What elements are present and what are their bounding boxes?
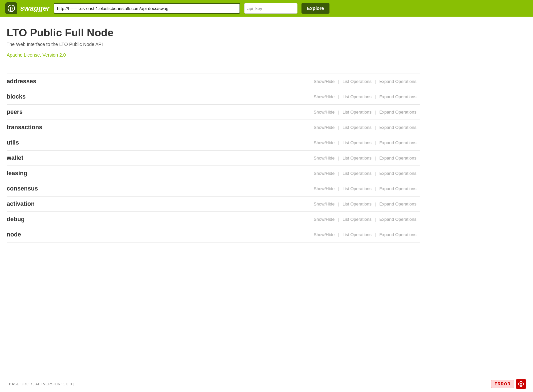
api-section-row: nodeShow/Hide|List Operations|Expand Ope… [7, 227, 420, 242]
logo-container: {} swagger [5, 2, 50, 14]
list-operations-node[interactable]: List Operations [339, 232, 375, 237]
expand-operations-wallet[interactable]: Expand Operations [376, 156, 420, 161]
list-operations-blocks[interactable]: List Operations [339, 94, 375, 99]
list-operations-utils[interactable]: List Operations [339, 140, 375, 145]
section-name-activation[interactable]: activation [7, 200, 310, 207]
section-actions-addresses: Show/Hide|List Operations|Expand Operati… [310, 79, 420, 84]
section-name-wallet[interactable]: wallet [7, 155, 310, 162]
expand-operations-transactions[interactable]: Expand Operations [376, 125, 420, 130]
section-name-debug[interactable]: debug [7, 216, 310, 223]
logo-text: swagger [20, 4, 50, 13]
list-operations-transactions[interactable]: List Operations [339, 125, 375, 130]
show-hide-leasing[interactable]: Show/Hide [310, 171, 338, 176]
api-section-row: leasingShow/Hide|List Operations|Expand … [7, 166, 420, 181]
api-section-row: peersShow/Hide|List Operations|Expand Op… [7, 105, 420, 120]
section-actions-transactions: Show/Hide|List Operations|Expand Operati… [310, 125, 420, 130]
section-actions-leasing: Show/Hide|List Operations|Expand Operati… [310, 171, 420, 176]
api-section-row: transactionsShow/Hide|List Operations|Ex… [7, 120, 420, 135]
expand-operations-addresses[interactable]: Expand Operations [376, 79, 420, 84]
main-content: LTO Public Full Node The Web Interface t… [0, 17, 426, 262]
section-name-transactions[interactable]: transactions [7, 124, 310, 131]
section-name-utils[interactable]: utils [7, 139, 310, 146]
page-description: The Web Interface to the LTO Public Node… [7, 42, 420, 47]
section-actions-blocks: Show/Hide|List Operations|Expand Operati… [310, 94, 420, 99]
api-section-row: debugShow/Hide|List Operations|Expand Op… [7, 212, 420, 227]
swagger-logo-icon: {} [5, 2, 17, 14]
url-input[interactable] [54, 3, 240, 14]
section-name-addresses[interactable]: addresses [7, 78, 310, 85]
section-actions-debug: Show/Hide|List Operations|Expand Operati… [310, 217, 420, 222]
expand-operations-activation[interactable]: Expand Operations [376, 201, 420, 206]
show-hide-blocks[interactable]: Show/Hide [310, 94, 338, 99]
list-operations-leasing[interactable]: List Operations [339, 171, 375, 176]
api-section-row: consensusShow/Hide|List Operations|Expan… [7, 181, 420, 196]
section-name-blocks[interactable]: blocks [7, 93, 310, 100]
list-operations-consensus[interactable]: List Operations [339, 186, 375, 191]
expand-operations-debug[interactable]: Expand Operations [376, 217, 420, 222]
section-actions-consensus: Show/Hide|List Operations|Expand Operati… [310, 186, 420, 191]
api-section-row: blocksShow/Hide|List Operations|Expand O… [7, 89, 420, 105]
header: {} swagger Explore [0, 0, 533, 17]
api-sections: addressesShow/Hide|List Operations|Expan… [7, 74, 420, 242]
list-operations-peers[interactable]: List Operations [339, 110, 375, 115]
section-actions-activation: Show/Hide|List Operations|Expand Operati… [310, 201, 420, 206]
expand-operations-node[interactable]: Expand Operations [376, 232, 420, 237]
show-hide-wallet[interactable]: Show/Hide [310, 156, 338, 161]
show-hide-activation[interactable]: Show/Hide [310, 201, 338, 206]
show-hide-debug[interactable]: Show/Hide [310, 217, 338, 222]
show-hide-transactions[interactable]: Show/Hide [310, 125, 338, 130]
explore-button[interactable]: Explore [301, 3, 329, 14]
list-operations-wallet[interactable]: List Operations [339, 156, 375, 161]
show-hide-node[interactable]: Show/Hide [310, 232, 338, 237]
list-operations-activation[interactable]: List Operations [339, 201, 375, 206]
show-hide-utils[interactable]: Show/Hide [310, 140, 338, 145]
show-hide-addresses[interactable]: Show/Hide [310, 79, 338, 84]
list-operations-addresses[interactable]: List Operations [339, 79, 375, 84]
api-section-row: walletShow/Hide|List Operations|Expand O… [7, 151, 420, 166]
section-actions-peers: Show/Hide|List Operations|Expand Operati… [310, 110, 420, 115]
section-name-peers[interactable]: peers [7, 109, 310, 116]
list-operations-debug[interactable]: List Operations [339, 217, 375, 222]
expand-operations-utils[interactable]: Expand Operations [376, 140, 420, 145]
expand-operations-consensus[interactable]: Expand Operations [376, 186, 420, 191]
section-name-consensus[interactable]: consensus [7, 185, 310, 192]
api-section-row: activationShow/Hide|List Operations|Expa… [7, 196, 420, 212]
show-hide-peers[interactable]: Show/Hide [310, 110, 338, 115]
api-section-row: utilsShow/Hide|List Operations|Expand Op… [7, 135, 420, 151]
api-section-row: addressesShow/Hide|List Operations|Expan… [7, 74, 420, 89]
section-actions-node: Show/Hide|List Operations|Expand Operati… [310, 232, 420, 237]
expand-operations-blocks[interactable]: Expand Operations [376, 94, 420, 99]
api-key-input[interactable] [244, 3, 297, 14]
page-title: LTO Public Full Node [7, 27, 420, 39]
expand-operations-leasing[interactable]: Expand Operations [376, 171, 420, 176]
license-link[interactable]: Apache License, Version 2.0 [7, 52, 66, 58]
svg-text:{}: {} [10, 6, 13, 11]
section-actions-utils: Show/Hide|List Operations|Expand Operati… [310, 140, 420, 145]
section-name-node[interactable]: node [7, 231, 310, 238]
section-actions-wallet: Show/Hide|List Operations|Expand Operati… [310, 156, 420, 161]
section-name-leasing[interactable]: leasing [7, 170, 310, 177]
expand-operations-peers[interactable]: Expand Operations [376, 110, 420, 115]
show-hide-consensus[interactable]: Show/Hide [310, 186, 338, 191]
